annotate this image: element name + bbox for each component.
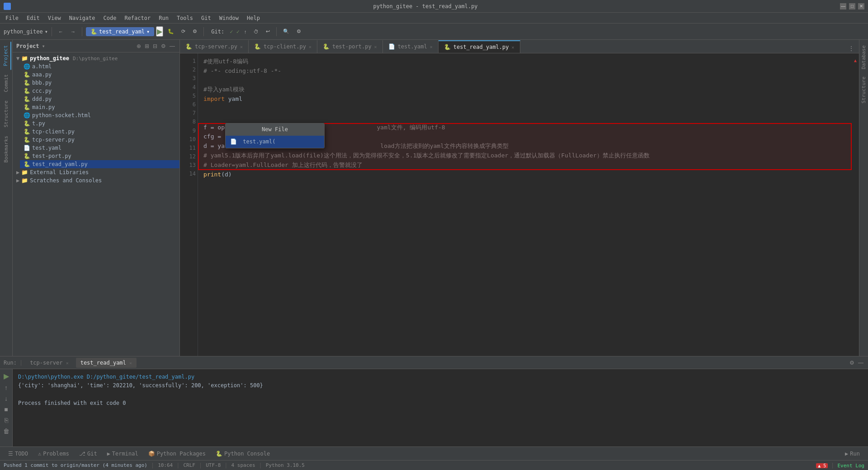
menu-help[interactable]: Help: [243, 14, 264, 22]
tab-close-tcp-server[interactable]: ✕: [240, 44, 243, 49]
menu-window[interactable]: Window: [216, 14, 242, 22]
menu-navigate[interactable]: Navigate: [66, 14, 99, 22]
run-settings-btn[interactable]: ⚙: [849, 359, 855, 367]
root-path: D:\python_gitee: [73, 56, 118, 62]
encoding[interactable]: UTF-8: [206, 462, 221, 468]
menu-refactor[interactable]: Refactor: [121, 14, 154, 22]
menu-edit[interactable]: Edit: [23, 14, 43, 22]
bottom-tab-python-console[interactable]: 🐍 Python Console: [211, 449, 274, 459]
tree-item-test-yaml[interactable]: 📄 test.yaml: [20, 144, 179, 152]
structure-right-tab[interactable]: Structure: [860, 73, 868, 107]
menu-file[interactable]: File: [2, 14, 22, 22]
search-everywhere-btn[interactable]: 🔍: [280, 27, 292, 36]
sidebar-tab-bookmarks[interactable]: Bookmarks: [1, 132, 11, 166]
toolbar-extra1[interactable]: ⟳: [179, 27, 188, 36]
bottom-tab-problems[interactable]: ⚠ Problems: [33, 449, 74, 459]
tab-test-read-yaml[interactable]: 🐍 test_read_yaml.py ✕: [439, 40, 520, 53]
sidebar-tab-structure[interactable]: Structure: [1, 97, 11, 131]
indent[interactable]: 4 spaces: [231, 462, 255, 468]
bottom-tab-git[interactable]: ⎇ Git: [75, 449, 102, 459]
settings-btn[interactable]: ⚙: [294, 27, 304, 36]
git-history-btn[interactable]: ⏱: [251, 28, 261, 36]
toolbar-extra2[interactable]: ⚙: [190, 27, 200, 36]
run-clear-btn[interactable]: 🗑: [2, 427, 10, 436]
run-button[interactable]: ▶: [156, 26, 163, 37]
run-scroll-up[interactable]: ↑: [4, 383, 9, 392]
run-scroll-down[interactable]: ↓: [4, 394, 9, 403]
bottom-tab-run[interactable]: ▶ Run: [840, 449, 864, 459]
run-stop-btn[interactable]: ■: [3, 405, 9, 414]
locate-file-btn[interactable]: ⊕: [136, 42, 142, 50]
tree-item-t-py[interactable]: 🐍 t.py: [20, 119, 179, 128]
database-tab[interactable]: Database: [860, 42, 868, 73]
tree-item-bbb-py[interactable]: 🐍 bbb.py: [20, 79, 179, 87]
tree-item-test-read-yaml[interactable]: 🐍 test_read_yaml.py: [20, 160, 179, 168]
git-push-btn[interactable]: ↑: [241, 28, 250, 36]
run-tab-close-test[interactable]: ✕: [129, 361, 132, 366]
file-label-test-yaml: test.yaml: [32, 145, 61, 151]
settings-btn[interactable]: ⚙: [160, 42, 167, 50]
sidebar-tab-commit[interactable]: Commit: [1, 71, 11, 96]
run-hide-btn[interactable]: —: [857, 359, 864, 367]
tree-item-test-port[interactable]: 🐍 test-port.py: [20, 152, 179, 160]
language[interactable]: Python 3.10.5: [266, 462, 305, 468]
tab-close-test-read-yaml[interactable]: ✕: [512, 45, 514, 50]
code-content[interactable]: #使用utf-8编码 # -*- coding:utf-8 -*- #导入yam…: [198, 53, 852, 356]
menu-tools[interactable]: Tools: [173, 14, 197, 22]
debug-button[interactable]: 🐛: [165, 27, 177, 36]
menu-git[interactable]: Git: [198, 14, 215, 22]
collapse-all-btn[interactable]: ⊟: [152, 42, 158, 50]
tree-root-item[interactable]: ▼ 📁 python_gitee D:\python_gitee: [13, 54, 179, 62]
panel-dropdown[interactable]: ▾: [42, 43, 45, 49]
run-config-selector[interactable]: 🐍 test_read_yaml ▾: [86, 27, 154, 36]
close-button[interactable]: ✕: [858, 3, 864, 9]
tree-item-ddd-py[interactable]: 🐍 ddd.py: [20, 95, 179, 103]
toolbar-back-btn[interactable]: ←: [56, 28, 66, 36]
bottom-tab-todo[interactable]: ☰ TODO: [4, 449, 33, 459]
tree-item-tcp-client[interactable]: 🐍 tcp-client.py: [20, 128, 179, 136]
minimize-button[interactable]: —: [840, 3, 846, 9]
tree-item-main-py[interactable]: 🐍 main.py: [20, 103, 179, 111]
tree-item-a-html[interactable]: 🌐 a.html: [20, 62, 179, 71]
menu-code[interactable]: Code: [100, 14, 120, 22]
menu-view[interactable]: View: [44, 14, 65, 22]
expand-all-btn[interactable]: ⊞: [144, 42, 150, 50]
cursor-position[interactable]: 10:64: [158, 462, 173, 468]
run-tab-tcp-server[interactable]: tcp-server ✕: [25, 358, 73, 368]
bottom-tab-python-packages[interactable]: 📦 Python Packages: [144, 449, 210, 459]
tree-item-scratches[interactable]: ▶ 📁 Scratches and Consoles: [13, 176, 179, 185]
git-push-status[interactable]: Pushed 1 commit to origin/master (4 minu…: [4, 462, 147, 468]
tree-item-python-socket[interactable]: 🌐 python-socket.html: [20, 111, 179, 119]
tree-item-ccc-py[interactable]: 🐍 ccc.py: [20, 87, 179, 95]
tab-tcp-server[interactable]: 🐍 tcp-server.py ✕: [180, 40, 249, 53]
hide-btn[interactable]: —: [169, 42, 176, 50]
toolbar-forward-btn[interactable]: →: [68, 28, 78, 36]
run-tab-test-read-yaml[interactable]: test_read_yaml ✕: [76, 358, 137, 368]
tree-item-tcp-server[interactable]: 🐍 tcp-server.py: [20, 136, 179, 144]
tab-test-port[interactable]: 🐍 test-port.py ✕: [317, 40, 383, 53]
tab-close-tcp-client[interactable]: ✕: [309, 44, 311, 49]
tab-close-test-port[interactable]: ✕: [374, 44, 377, 49]
tab-test-yaml[interactable]: 📄 test.yaml ✕: [383, 40, 439, 53]
sidebar-tab-project[interactable]: Project: [1, 42, 11, 70]
file-label-ccc-py: ccc.py: [32, 88, 52, 94]
tree-item-external-libs[interactable]: ▶ 📁 External Libraries: [13, 168, 179, 176]
tab-close-test-yaml[interactable]: ✕: [430, 44, 433, 49]
tab-overflow-btn[interactable]: ⋮: [847, 44, 855, 53]
git-undo-btn[interactable]: ↩: [263, 27, 273, 36]
run-tab-close-tcp-server[interactable]: ✕: [66, 361, 69, 366]
line-ending[interactable]: CRLF: [183, 462, 195, 468]
project-switcher[interactable]: python_gitee ▾: [4, 28, 48, 35]
git-label: Git:: [211, 28, 224, 35]
bottom-tab-terminal[interactable]: ▶ Terminal: [103, 449, 143, 459]
tree-item-aaa-py[interactable]: 🐍 aaa.py: [20, 71, 179, 79]
autocomplete-popup[interactable]: New File 📄 test.yaml(: [225, 123, 325, 148]
tab-tcp-client[interactable]: 🐍 tcp-client.py ✕: [249, 40, 317, 53]
run-copy-btn[interactable]: ⎘: [4, 416, 9, 425]
maximize-button[interactable]: □: [849, 3, 855, 9]
menu-run[interactable]: Run: [155, 14, 172, 22]
file-icon-t-py: 🐍: [24, 120, 30, 127]
run-again-btn[interactable]: ▶: [3, 371, 10, 381]
autocomplete-item-1[interactable]: 📄 test.yaml(: [226, 136, 324, 148]
event-log[interactable]: Event Log: [837, 463, 864, 469]
